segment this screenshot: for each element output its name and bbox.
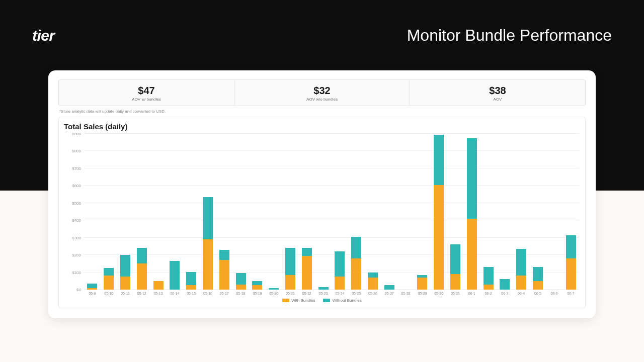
x-tick-label: 05-20 [266,292,282,295]
bar-slot [397,134,414,290]
bar-stack [252,281,262,290]
bar-stack [120,255,130,290]
bar-segment-without-bundles [269,288,279,290]
bar-segment-without-bundles [236,273,246,284]
bar-segment-without-bundles [368,273,378,278]
metrics-row: $47 AOV w/ bundles $32 AOV w/o bundles $… [58,79,586,106]
footnote: *Store analytic data will update daily a… [59,109,586,114]
bar-segment-without-bundles [318,287,329,290]
x-tick-label: 06-6 [546,292,562,295]
chart-title: Total Sales (daily) [64,122,582,131]
x-tick-label: 05-28 [397,292,414,295]
metric-label: AOV [413,97,582,102]
y-tick-label: $300 [72,235,84,240]
chart-plot: $0$100$200$300$400$500$600$700$800$900 [84,134,579,290]
x-tick-label: 05-19 [249,292,266,295]
bar-slot [463,134,480,290]
bar-segment-without-bundles [285,248,295,275]
x-tick-label: 05-23 [315,292,332,295]
x-tick-label: 05-18 [232,292,249,295]
y-tick-label: $600 [72,184,84,188]
bar-stack [417,275,427,290]
page-title: Monitor Bundle Performance [407,26,612,45]
metric-aov-with-bundles: $47 AOV w/ bundles [59,80,234,106]
bar-slot [480,134,497,290]
metric-aov: $38 AOV [410,80,585,106]
legend-item-without-bundles: Without Bundles [323,298,361,303]
x-tick-label: 06-14 [167,292,183,295]
bar-slot [282,134,299,290]
x-tick-label: 06-7 [562,292,579,295]
bar-slot [513,134,530,290]
header-row: tier Monitor Bundle Performance [32,26,612,45]
bar-slot [216,134,232,290]
x-tick-label: 05-21 [282,292,299,295]
bar-stack [484,267,494,290]
x-tick-label: 06-2 [480,292,497,295]
bar-stack [203,197,213,290]
x-tick-label: 05-17 [216,292,232,295]
logo: tier [32,27,55,44]
x-tick-label: 05-25 [348,292,365,295]
bar-segment-with-bundles [351,258,361,290]
bar-slot [315,134,332,290]
bar-slot [447,134,464,290]
bar-segment-without-bundles [450,244,460,274]
legend-item-with-bundles: With Bundles [282,298,315,303]
y-tick-label: $200 [72,253,84,257]
metric-label: AOV w/o bundles [237,97,407,102]
bar-slot [530,134,546,290]
y-tick-label: $100 [72,270,84,275]
x-tick-label: 06-4 [513,292,530,295]
plot-area: $0$100$200$300$400$500$600$700$800$900 [84,134,579,290]
bar-stack [384,285,394,290]
bar-stack [368,273,378,290]
bar-stack [137,248,147,290]
bar-slot [117,134,134,290]
x-tick-label: 05-15 [183,292,200,295]
bar-slot [365,134,381,290]
bar-segment-with-bundles [417,278,427,290]
bar-slot [249,134,266,290]
bar-segment-without-bundles [484,267,494,284]
bar-stack [104,268,114,290]
bar-stack [285,248,295,290]
chart-frame: Total Sales (daily) $0$100$200$300$400$5… [58,117,586,308]
bar-segment-with-bundles [335,277,345,290]
x-tick-label: 05-24 [332,292,348,295]
bar-segment-with-bundles [153,281,164,290]
y-tick-label: $900 [72,132,84,136]
bar-slot [266,134,282,290]
bar-segment-without-bundles [351,237,361,258]
bar-slot [101,134,117,290]
bar-segment-without-bundles [87,284,97,288]
bar-stack [186,272,196,290]
bar-segment-with-bundles [186,285,196,290]
y-tick-label: $700 [72,166,84,170]
bar-segment-with-bundles [566,258,576,290]
x-tick-label: 06-5 [530,292,546,295]
metric-value: $47 [62,85,231,97]
bar-slot [298,134,315,290]
bar-slot [200,134,216,290]
bar-segment-without-bundles [170,261,180,290]
bar-stack [269,288,279,290]
y-tick-label: $800 [72,149,84,153]
bar-segment-with-bundles [285,275,295,290]
bar-slot [381,134,397,290]
x-tick-label: 05-9 [84,292,101,295]
x-tick-label: 05-27 [381,292,397,295]
bar-segment-without-bundles [104,268,114,276]
y-tick-label: $400 [72,218,84,223]
bar-segment-with-bundles [484,285,494,290]
bar-segment-with-bundles [137,263,147,290]
bar-segment-without-bundles [302,248,312,256]
legend-label: Without Bundles [332,298,361,303]
bar-segment-without-bundles [252,281,262,286]
bar-slot [150,134,167,290]
bar-stack [335,251,345,290]
x-tick-label: 05-29 [414,292,431,295]
bar-stack [351,237,361,290]
bar-stack [302,248,312,290]
bar-segment-without-bundles [137,248,147,263]
